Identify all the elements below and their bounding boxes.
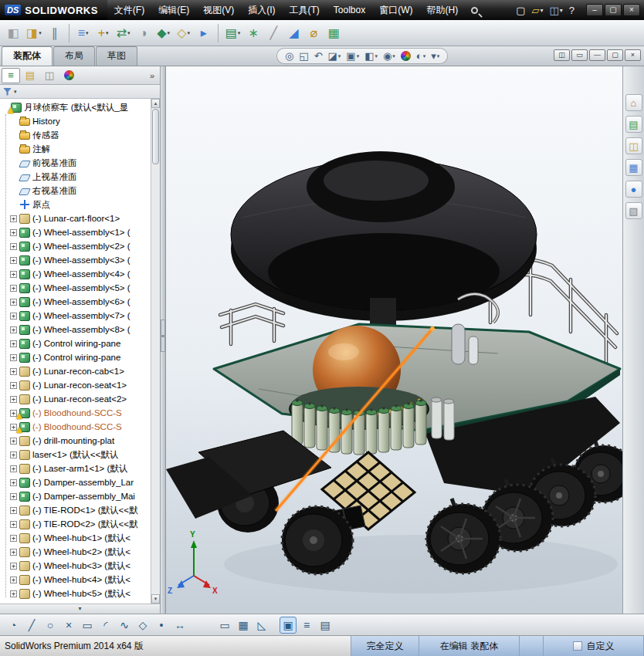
view-orientation-button[interactable]: ▣▾	[344, 50, 361, 62]
tree-item[interactable]: 上视基准面	[2, 170, 151, 184]
circle-button[interactable]: ○	[42, 617, 59, 634]
line-button[interactable]: ╱	[23, 617, 40, 634]
scroll-up-icon[interactable]: ▲	[151, 99, 160, 108]
edit-component-button[interactable]: ◧	[4, 23, 22, 43]
save-button[interactable]: ◫▾	[546, 2, 565, 18]
expander-icon[interactable]: +	[10, 215, 17, 222]
tree-item[interactable]: +(-) Wheel-assembly<7> (	[2, 309, 151, 323]
tree-item[interactable]: +(-) Wheel-hub<1> (默认<	[2, 531, 151, 545]
polygon-button[interactable]: ◇	[134, 617, 151, 634]
expander-icon[interactable]: +	[10, 535, 17, 542]
filter-dropdown-arrow[interactable]: ▾	[14, 89, 17, 95]
viewport-pane-button[interactable]: ▣	[280, 617, 297, 634]
expander-icon[interactable]: +	[10, 396, 17, 403]
hide-show-items-button[interactable]: ◉▾	[381, 50, 398, 62]
apply-scene-button[interactable]: ◐▾	[414, 50, 428, 62]
exploded-view-button[interactable]: ∗	[244, 23, 263, 43]
tree-item[interactable]: 注解	[2, 142, 151, 156]
appearances-button[interactable]: ●	[625, 181, 642, 198]
section-view-button[interactable]: ◪▾	[326, 50, 344, 62]
new-motion-study-button[interactable]: ▸	[195, 23, 213, 43]
filter-funnel-icon[interactable]	[3, 88, 12, 96]
expander-icon[interactable]: +	[10, 493, 17, 500]
tab-assembly[interactable]: 装配体	[2, 46, 53, 66]
tree-item[interactable]: 前视基准面	[2, 156, 151, 170]
expander-icon[interactable]: +	[10, 549, 17, 556]
tree-item[interactable]: 传感器	[2, 128, 151, 142]
expander-icon[interactable]: +	[10, 229, 17, 236]
tree-item[interactable]: +laser<1> (默认<<默认	[2, 448, 151, 462]
previous-view-button[interactable]: ↶	[312, 50, 325, 62]
wheel-right-1[interactable]	[426, 504, 500, 573]
tree-item[interactable]: +(-) Wheel-assembly<1> (	[2, 225, 151, 239]
expander-icon[interactable]: +	[10, 479, 17, 486]
tree-item[interactable]: 原点	[2, 198, 151, 211]
edit-appearance-button[interactable]	[398, 51, 413, 61]
tree-root-item[interactable]: 月球侦察车 (默认<默认_显	[2, 100, 151, 114]
tree-item[interactable]: +(-) Wheel-assembly<3> (	[2, 253, 151, 267]
tree-item[interactable]: +(-) Wheel-hub<4> (默认<	[2, 573, 151, 587]
maximize-button[interactable]: ▢	[605, 4, 622, 16]
menu-item[interactable]: 文件(F)	[107, 0, 151, 20]
tree-item[interactable]: +(-) Wheel-hub<3> (默认<	[2, 559, 151, 573]
expander-icon[interactable]: +	[10, 243, 17, 250]
custom-properties-button[interactable]: ▧	[625, 202, 642, 219]
graphics-viewport[interactable]: Y X Z	[166, 66, 622, 614]
expander-icon[interactable]: +	[10, 438, 17, 445]
scrollbar-thumb[interactable]	[152, 109, 159, 164]
tree-item[interactable]: +(-) Damper-assembly_Mai	[2, 489, 151, 503]
doc-minimize-button[interactable]: —	[589, 49, 605, 61]
pane-split-icon[interactable]: ◫	[554, 49, 570, 61]
expander-icon[interactable]: +	[10, 340, 17, 347]
view-settings-button[interactable]: ▾▾	[429, 50, 442, 62]
home-button[interactable]: ⌂	[625, 94, 642, 111]
tree-item[interactable]: +(-) Wheel-hub<5> (默认<	[2, 587, 151, 600]
point-button[interactable]: •	[153, 617, 170, 634]
tree-item[interactable]: +(-) Wheel-assembly<4> (	[2, 267, 151, 281]
expander-icon[interactable]: +	[10, 577, 17, 583]
open-button[interactable]: ▱▾	[528, 2, 546, 18]
mate-button[interactable]: ∥	[46, 23, 64, 43]
move-component-button[interactable]: ⇄▾	[114, 23, 133, 43]
expander-icon[interactable]: +	[10, 285, 17, 292]
zoom-to-fit-button[interactable]: ◎	[283, 50, 296, 62]
expander-icon[interactable]: +	[10, 313, 17, 320]
selection-box-button[interactable]: ▭	[216, 617, 233, 634]
file-explorer-button[interactable]: ◫	[625, 137, 642, 154]
smart-dimension-button[interactable]: ↔	[171, 617, 188, 634]
propertymanager-tab[interactable]: ▤	[21, 68, 39, 83]
tree-item[interactable]: +(-) Laser-arm1<1> (默认	[2, 462, 151, 475]
expander-icon[interactable]: +	[10, 326, 17, 333]
arc-button[interactable]: ◜	[97, 617, 114, 634]
expander-icon[interactable]: +	[10, 271, 17, 278]
expander-icon[interactable]: +	[10, 368, 17, 375]
bill-of-materials-button[interactable]: ▤▾	[223, 23, 243, 43]
tree-item[interactable]: +(-) TIE-ROD<2> (默认<<默	[2, 517, 151, 531]
tree-item[interactable]: +(-) Control wiring-pane	[2, 350, 151, 364]
linear-component-pattern-button[interactable]: ≡▾	[74, 23, 93, 43]
tree-item[interactable]: +(-) Bloodhound-SCC-S	[2, 420, 151, 434]
panel-splitter[interactable]: «	[161, 66, 166, 614]
tree-item[interactable]: +(-) Lunar-cart-floor<1>	[2, 211, 151, 225]
expander-icon[interactable]: +	[10, 507, 17, 514]
tree-item[interactable]: +(-) Wheel-hub<2> (默认<	[2, 545, 151, 559]
wheel-left-2[interactable]	[282, 506, 353, 574]
minimize-button[interactable]: –	[586, 4, 603, 16]
tree-item[interactable]: +(-) Wheel-assembly<2> (	[2, 239, 151, 253]
smart-fasteners-button[interactable]: +▾	[94, 23, 113, 43]
tree-item[interactable]: +(-) Control wiring-pane	[2, 336, 151, 350]
scroll-down-icon[interactable]: ▼	[151, 594, 160, 604]
instant2d-button[interactable]: ◔	[5, 617, 22, 634]
zoom-to-area-button[interactable]: ◱	[297, 50, 310, 62]
expander-icon[interactable]: +	[10, 451, 17, 458]
corner-rectangle-button[interactable]: ▭	[79, 617, 96, 634]
tree-item[interactable]: +(-) Damper-assembly_Lar	[2, 475, 151, 489]
expander-icon[interactable]: +	[10, 257, 17, 264]
tree-item[interactable]: +(-) Lunar-recon-seat<1>	[2, 378, 151, 392]
design-library-button[interactable]: ▤	[625, 116, 642, 133]
tree-item[interactable]: +(-) Lunar-recon-cab<1>	[2, 364, 151, 378]
spline-button[interactable]: ∿	[116, 617, 133, 634]
expander-icon[interactable]: +	[10, 590, 17, 597]
rover-3d-model[interactable]: Y X Z	[166, 66, 622, 614]
grid-snap-button[interactable]: ▦	[235, 617, 252, 634]
